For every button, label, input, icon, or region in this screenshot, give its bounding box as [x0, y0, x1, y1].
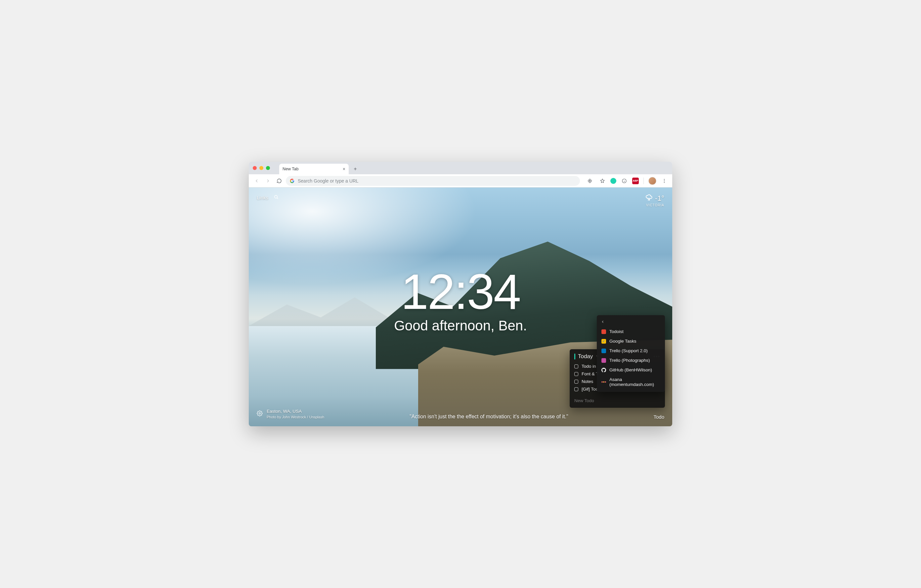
window-controls	[253, 162, 270, 174]
integration-option-google-tasks[interactable]: ✓Google Tasks	[597, 336, 665, 346]
tab-title: New Tab	[283, 167, 298, 171]
separator	[643, 178, 644, 184]
github-icon	[601, 368, 606, 372]
omnibox[interactable]: Search Google or type a URL	[286, 176, 580, 186]
integration-label: Asana (momentumdash.com)	[609, 377, 660, 387]
svg-point-1	[589, 180, 590, 181]
svg-point-3	[664, 179, 665, 180]
extension-teal[interactable]	[610, 178, 616, 184]
integration-label: Trello (Photographs)	[609, 358, 650, 363]
todo-item-label: Todo in	[582, 364, 596, 369]
todo-toggle[interactable]: Todo	[653, 414, 664, 420]
todo-accent-bar	[574, 354, 575, 359]
checkbox[interactable]	[574, 387, 578, 391]
forward-button[interactable]	[263, 176, 273, 185]
integration-label: GitHub (BenHWilson)	[609, 367, 652, 372]
extension-abp[interactable]: ABP	[632, 178, 639, 184]
integrations-menu: Todoist ✓Google Tasks Trello (Support 2.…	[597, 315, 665, 392]
integration-option-trello-support[interactable]: Trello (Support 2.0)	[597, 346, 665, 356]
todo-item-label: Notes	[582, 379, 593, 384]
minimize-window-button[interactable]	[259, 166, 263, 170]
menu-dots-icon[interactable]	[660, 176, 669, 185]
extension-icons: ABP	[585, 176, 669, 185]
toolbar: Search Google or type a URL ABP	[249, 174, 672, 187]
google-tasks-icon: ✓	[601, 339, 606, 344]
svg-point-7	[259, 413, 261, 414]
info-icon[interactable]	[620, 176, 629, 185]
integration-option-github[interactable]: GitHub (BenHWilson)	[597, 365, 665, 375]
maximize-window-button[interactable]	[266, 166, 270, 170]
close-window-button[interactable]	[253, 166, 257, 170]
omnibox-placeholder: Search Google or type a URL	[298, 178, 359, 184]
integration-option-todoist[interactable]: Todoist	[597, 327, 665, 336]
photo-location[interactable]: Easton, WA, USA	[267, 408, 324, 415]
integration-label: Trello (Support 2.0)	[609, 348, 648, 353]
arrow-left-icon[interactable]	[597, 318, 665, 327]
todoist-icon	[601, 330, 606, 334]
checkbox[interactable]	[574, 380, 578, 383]
integration-label: Google Tasks	[609, 339, 636, 344]
new-tab-button[interactable]: +	[351, 164, 360, 174]
svg-point-5	[664, 182, 665, 182]
integration-option-asana[interactable]: Asana (momentumdash.com)	[597, 375, 665, 389]
quote[interactable]: "Action isn't just the the effect of mot…	[324, 414, 653, 420]
todo-item-label: [Gif] Too	[582, 387, 598, 391]
tab-strip: New Tab × +	[279, 162, 360, 174]
close-tab-icon[interactable]: ×	[343, 166, 345, 172]
back-button[interactable]	[252, 176, 261, 185]
new-todo-input[interactable]	[570, 395, 665, 408]
todo-heading[interactable]: Today	[578, 353, 593, 360]
greeting: Good afternoon, Ben.	[394, 318, 527, 334]
star-icon[interactable]	[598, 176, 607, 185]
checkbox[interactable]	[574, 372, 578, 376]
reload-button[interactable]	[275, 176, 284, 185]
momentum-dashboard: Links -1° VICTORIA 12:34	[249, 187, 672, 426]
asana-icon	[601, 380, 606, 384]
profile-avatar[interactable]	[648, 177, 656, 185]
svg-point-4	[664, 180, 665, 181]
tab-new-tab[interactable]: New Tab ×	[279, 164, 349, 174]
integration-option-trello-photographs[interactable]: Trello (Photographs)	[597, 356, 665, 365]
browser-window: New Tab × + Search Google or type a URL …	[249, 162, 672, 426]
trello-icon	[601, 358, 606, 363]
clock: 12:34	[401, 267, 520, 317]
photo-info: Easton, WA, USA Photo by John Westrock /…	[257, 408, 324, 420]
todo-item-label: Font & T	[582, 371, 599, 376]
checkbox[interactable]	[574, 364, 578, 369]
google-icon	[290, 179, 295, 183]
settings-gear-icon[interactable]	[257, 410, 263, 418]
trello-icon	[601, 349, 606, 353]
photo-credit[interactable]: Photo by John Westrock / Unsplash	[267, 415, 324, 420]
location-target-icon[interactable]	[585, 176, 594, 185]
titlebar: New Tab × +	[249, 162, 672, 174]
integration-label: Todoist	[609, 329, 623, 334]
